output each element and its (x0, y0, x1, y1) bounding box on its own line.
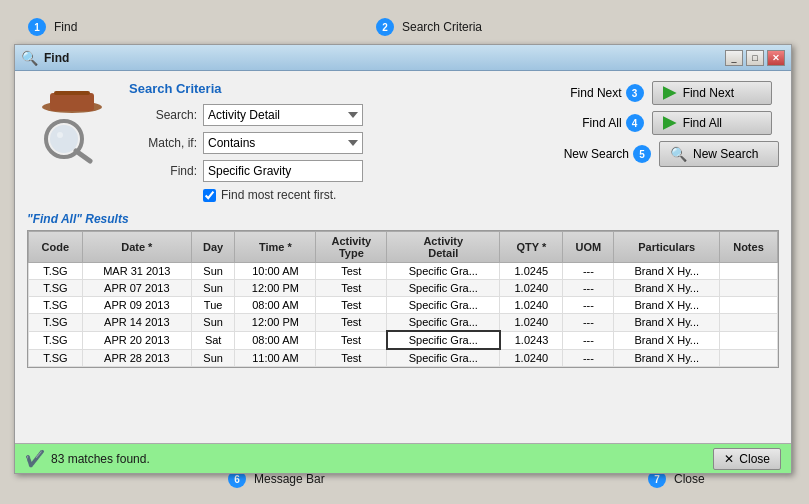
title-bar-controls: _ □ ✕ (725, 50, 785, 66)
status-bar: ✔️ 83 matches found. ✕ Close (15, 443, 791, 473)
restore-button[interactable]: □ (746, 50, 764, 66)
search-row: Search: Activity Detail (129, 104, 552, 126)
content-area: Search Criteria Search: Activity Detail … (15, 71, 791, 212)
table-row[interactable]: T.SGAPR 28 2013Sun11:00 AMTestSpecific G… (29, 349, 778, 367)
col-notes: Notes (719, 232, 777, 263)
annotation-message-bar-label: Message Bar (254, 472, 325, 486)
checkbox-row: Find most recent first. (203, 188, 552, 202)
find-next-button[interactable]: Find Next (652, 81, 772, 105)
match-select[interactable]: Contains (203, 132, 363, 154)
circle-5: 5 (633, 145, 651, 163)
recent-first-label: Find most recent first. (221, 188, 336, 202)
results-table-wrapper: Code Date * Day Time * ActivityType Acti… (27, 230, 779, 368)
status-text: ✔️ 83 matches found. (25, 449, 150, 468)
title-bar-left: 🔍 Find (21, 50, 69, 66)
circle-3: 3 (626, 84, 644, 102)
find-next-ann: Find Next 3 (564, 84, 644, 102)
table-row[interactable]: T.SGAPR 09 2013Tue08:00 AMTestSpecific G… (29, 297, 778, 314)
annotation-find: 1 Find (28, 18, 77, 36)
find-label: Find: (129, 164, 197, 178)
svg-rect-2 (54, 91, 90, 95)
find-window-icon: 🔍 (21, 50, 38, 66)
circle-1: 1 (28, 18, 46, 36)
find-window: 🔍 Find _ □ ✕ Search Cri (14, 44, 792, 474)
find-all-icon (663, 116, 677, 130)
col-qty: QTY * (500, 232, 563, 263)
find-next-ann-label: Find Next (570, 86, 621, 100)
find-all-button[interactable]: Find All (652, 111, 772, 135)
find-next-icon (663, 86, 677, 100)
search-label: Search: (129, 108, 197, 122)
find-next-row: Find Next 3 Find Next (564, 81, 779, 105)
window-close-button[interactable]: ✕ (767, 50, 785, 66)
title-bar: 🔍 Find _ □ ✕ (15, 45, 791, 71)
close-status-button[interactable]: ✕ Close (713, 448, 781, 470)
circle-2: 2 (376, 18, 394, 36)
new-search-ann: New Search 5 (564, 145, 651, 163)
col-particulars: Particulars (614, 232, 719, 263)
find-row: Find: (129, 160, 552, 182)
search-select[interactable]: Activity Detail (203, 104, 363, 126)
find-next-btn-label: Find Next (683, 86, 734, 100)
find-all-ann-label: Find All (582, 116, 621, 130)
match-label: Match, if: (129, 136, 197, 150)
search-criteria-title: Search Criteria (129, 81, 552, 96)
col-activity-detail: ActivityDetail (387, 232, 500, 263)
col-day: Day (191, 232, 235, 263)
col-code: Code (29, 232, 83, 263)
svg-point-4 (50, 125, 78, 153)
check-icon: ✔️ (25, 449, 45, 468)
col-date: Date * (82, 232, 191, 263)
svg-point-5 (57, 132, 63, 138)
results-title: "Find All" Results (27, 212, 779, 226)
results-section: "Find All" Results Code Date * Day Time … (15, 212, 791, 372)
col-uom: UOM (563, 232, 614, 263)
recent-first-checkbox[interactable] (203, 189, 216, 202)
window-title: Find (44, 51, 69, 65)
table-header-row: Code Date * Day Time * ActivityType Acti… (29, 232, 778, 263)
find-all-row: Find All 4 Find All (564, 111, 779, 135)
table-row[interactable]: T.SGAPR 20 2013Sat08:00 AMTestSpecific G… (29, 331, 778, 349)
buttons-column: Find Next 3 Find Next Find All 4 Find Al… (564, 81, 779, 202)
annotation-close-label: Close (674, 472, 705, 486)
results-table: Code Date * Day Time * ActivityType Acti… (28, 231, 778, 367)
search-criteria-area: Search Criteria Search: Activity Detail … (129, 81, 552, 202)
close-x-icon: ✕ (724, 452, 734, 466)
circle-4: 4 (626, 114, 644, 132)
find-all-btn-label: Find All (683, 116, 722, 130)
match-row: Match, if: Contains (129, 132, 552, 154)
new-search-btn-label: New Search (693, 147, 758, 161)
find-input[interactable] (203, 160, 363, 182)
minimize-button[interactable]: _ (725, 50, 743, 66)
new-search-icon: 🔍 (670, 146, 687, 162)
status-message: 83 matches found. (51, 452, 150, 466)
annotation-find-label: Find (54, 20, 77, 34)
new-search-ann-label: New Search (564, 147, 629, 161)
new-search-button[interactable]: 🔍 New Search (659, 141, 779, 167)
find-all-ann: Find All 4 (564, 114, 644, 132)
magnifier-image (32, 85, 112, 165)
close-btn-label: Close (739, 452, 770, 466)
svg-line-6 (76, 151, 90, 161)
annotation-search-criteria: 2 Search Criteria (376, 18, 482, 36)
table-row[interactable]: T.SGMAR 31 2013Sun10:00 AMTestSpecific G… (29, 263, 778, 280)
col-activity-type: ActivityType (316, 232, 387, 263)
magnifier-area (27, 81, 117, 202)
svg-rect-1 (50, 93, 94, 111)
results-tbody: T.SGMAR 31 2013Sun10:00 AMTestSpecific G… (29, 263, 778, 367)
table-row[interactable]: T.SGAPR 14 2013Sun12:00 PMTestSpecific G… (29, 314, 778, 332)
new-search-row: New Search 5 🔍 New Search (564, 141, 779, 167)
annotation-search-criteria-label: Search Criteria (402, 20, 482, 34)
col-time: Time * (235, 232, 316, 263)
table-row[interactable]: T.SGAPR 07 2013Sun12:00 PMTestSpecific G… (29, 280, 778, 297)
